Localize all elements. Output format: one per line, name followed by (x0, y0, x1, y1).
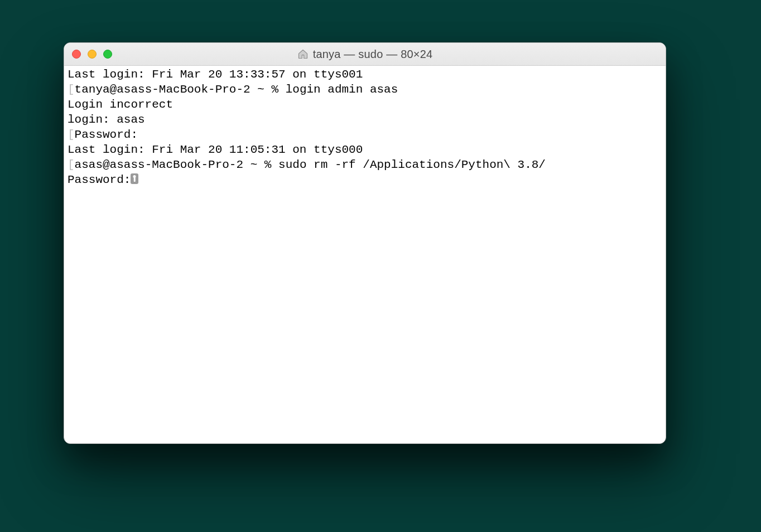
cmd-sudo-rm: sudo rm -rf /Applications/Python\ 3.8/ (278, 158, 546, 171)
window-title: tanya — sudo — 80×24 (313, 48, 433, 61)
line-last-login-2: Last login: Fri Mar 20 11:05:31 on ttys0… (68, 143, 363, 156)
window-titlebar[interactable]: tanya — sudo — 80×24 (64, 43, 666, 66)
bracket-open: [ (68, 128, 75, 141)
terminal-window: tanya — sudo — 80×24 Last login: Fri Mar… (64, 42, 666, 444)
line-last-login-1: Last login: Fri Mar 20 13:33:57 on ttys0… (68, 68, 363, 81)
prompt-asas: asas@asass-MacBook-Pro-2 ~ % (75, 158, 278, 171)
line-login-asas: login: asas (68, 113, 145, 126)
home-icon (297, 49, 309, 60)
bracket-open: [ (68, 83, 75, 96)
key-icon (131, 173, 138, 184)
terminal-output[interactable]: Last login: Fri Mar 20 13:33:57 on ttys0… (64, 66, 666, 188)
zoom-button[interactable] (103, 50, 112, 59)
minimize-button[interactable] (88, 50, 97, 59)
line-password-1: Password: (75, 128, 138, 141)
cmd-login: login admin asas (286, 83, 398, 96)
bracket-open: [ (68, 158, 75, 171)
traffic-lights (72, 50, 112, 59)
line-login-incorrect: Login incorrect (68, 98, 173, 111)
prompt-tanya: tanya@asass-MacBook-Pro-2 ~ % (75, 83, 286, 96)
line-password-2: Password: (68, 173, 131, 186)
title-wrap: tanya — sudo — 80×24 (64, 48, 666, 61)
close-button[interactable] (72, 50, 81, 59)
